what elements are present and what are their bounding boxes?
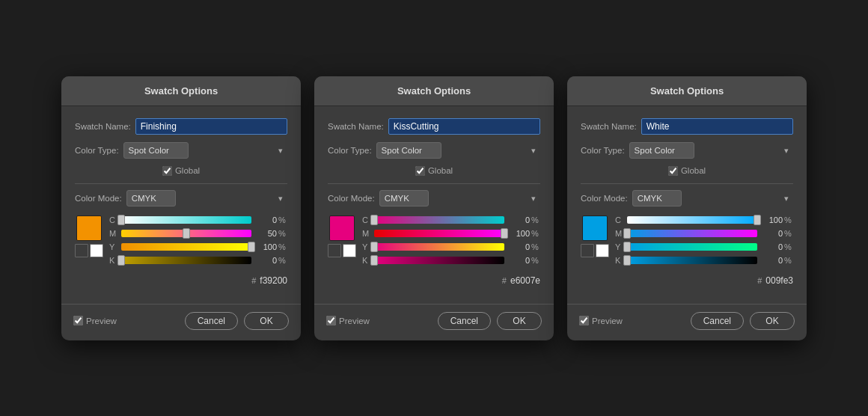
color-mode-select[interactable]: CMYKRGBHSBLabGrayscale xyxy=(379,190,429,207)
color-type-select[interactable]: Spot ColorProcess Color xyxy=(123,142,189,159)
swatch-icon-group xyxy=(328,244,356,257)
sliders-area: C 100 % M 0 xyxy=(615,215,793,269)
preview-checkbox[interactable] xyxy=(326,316,336,325)
cancel-button[interactable]: Cancel xyxy=(691,312,744,330)
slider-track-C[interactable] xyxy=(627,216,757,224)
color-mode-label: Color Mode: xyxy=(328,194,375,203)
swatch-icon-2 xyxy=(90,244,103,257)
color-type-select[interactable]: Spot ColorProcess Color xyxy=(629,142,694,159)
swatch-name-label: Swatch Name: xyxy=(328,122,384,131)
main-swatch xyxy=(582,215,608,241)
slider-track-Y[interactable] xyxy=(121,243,251,251)
slider-thumb-K[interactable] xyxy=(370,255,378,266)
preview-row: Preview xyxy=(73,316,117,325)
cancel-button[interactable]: Cancel xyxy=(438,312,491,330)
slider-track-M[interactable] xyxy=(627,230,757,237)
hex-value: f39200 xyxy=(260,275,287,286)
slider-row-M: M 100 % xyxy=(362,229,540,238)
slider-thumb-C[interactable] xyxy=(370,215,378,225)
ok-button[interactable]: OK xyxy=(497,312,542,330)
swatch-icon-1 xyxy=(581,244,594,257)
hex-hash: # xyxy=(757,276,762,285)
preview-label: Preview xyxy=(86,316,117,325)
slider-value-C: 0 xyxy=(256,215,277,224)
slider-row-K: K 0 % xyxy=(615,256,793,265)
preview-row: Preview xyxy=(579,316,623,325)
slider-thumb-Y[interactable] xyxy=(370,242,378,252)
global-label: Global xyxy=(175,166,200,175)
dialog-footer-2: Preview Cancel OK xyxy=(314,304,554,340)
hex-hash: # xyxy=(502,276,507,285)
color-mode-select[interactable]: CMYKRGBHSBLabGrayscale xyxy=(126,190,176,207)
slider-row-C: C 0 % xyxy=(109,215,287,224)
slider-thumb-C[interactable] xyxy=(117,215,125,225)
slider-thumb-K[interactable] xyxy=(623,255,631,266)
slider-thumb-C[interactable] xyxy=(754,215,761,225)
color-type-select-wrapper: Spot ColorProcess Color xyxy=(629,142,793,159)
global-checkbox[interactable] xyxy=(415,166,425,176)
slider-row-K: K 0 % xyxy=(109,256,287,265)
global-row: Global xyxy=(75,166,287,176)
swatch-icon-group xyxy=(581,244,609,257)
swatch-area: C 0 % M 50 xyxy=(75,215,287,269)
global-checkbox[interactable] xyxy=(668,166,678,176)
slider-thumb-Y[interactable] xyxy=(248,242,255,252)
hex-value: e6007e xyxy=(510,275,540,286)
dialog-footer-3: Preview Cancel OK xyxy=(567,304,807,340)
dialog-body-1: Swatch Name: Color Type: Spot ColorProce… xyxy=(61,106,301,304)
slider-thumb-M[interactable] xyxy=(501,228,508,239)
ok-button[interactable]: OK xyxy=(244,312,289,330)
slider-track-M[interactable] xyxy=(121,230,251,237)
color-mode-select-wrapper: CMYKRGBHSBLabGrayscale xyxy=(126,190,287,207)
hex-row: # e6007e xyxy=(328,275,540,286)
dialog-footer-1: Preview Cancel OK xyxy=(61,304,301,340)
slider-track-K[interactable] xyxy=(627,257,757,264)
dialog-2: Swatch Options Swatch Name: Color Type: … xyxy=(314,76,554,340)
swatch-name-input[interactable] xyxy=(388,118,540,135)
slider-track-C[interactable] xyxy=(374,216,504,224)
swatch-area: C 0 % M 100 xyxy=(328,215,540,269)
slider-value-K: 0 xyxy=(509,256,530,265)
slider-pct-Y: % xyxy=(278,242,287,251)
slider-value-Y: 100 xyxy=(256,242,277,251)
dialog-title-3: Swatch Options xyxy=(567,76,807,106)
swatch-name-input[interactable] xyxy=(135,118,287,135)
preview-label: Preview xyxy=(339,316,370,325)
preview-checkbox[interactable] xyxy=(579,316,589,325)
global-row: Global xyxy=(328,166,540,176)
global-label: Global xyxy=(681,166,706,175)
ok-button[interactable]: OK xyxy=(750,312,795,330)
slider-track-C[interactable] xyxy=(121,216,251,224)
global-checkbox[interactable] xyxy=(162,166,172,176)
cancel-button[interactable]: Cancel xyxy=(185,312,238,330)
color-mode-select[interactable]: CMYKRGBHSBLabGrayscale xyxy=(632,190,682,207)
slider-track-K[interactable] xyxy=(374,257,504,264)
hex-value: 009fe3 xyxy=(765,275,793,286)
slider-row-C: C 100 % xyxy=(615,215,793,224)
color-mode-select-wrapper: CMYKRGBHSBLabGrayscale xyxy=(632,190,793,207)
swatch-name-input[interactable] xyxy=(641,118,793,135)
global-label: Global xyxy=(428,166,453,175)
swatch-name-row: Swatch Name: xyxy=(581,118,793,135)
slider-track-Y[interactable] xyxy=(627,243,757,251)
slider-track-M[interactable] xyxy=(374,230,504,237)
slider-thumb-K[interactable] xyxy=(117,255,125,266)
swatch-area: C 100 % M 0 xyxy=(581,215,793,269)
slider-pct-M: % xyxy=(784,229,793,238)
color-type-label: Color Type: xyxy=(328,146,372,155)
preview-checkbox[interactable] xyxy=(73,316,83,325)
color-type-select[interactable]: Spot ColorProcess Color xyxy=(376,142,441,159)
slider-value-M: 100 xyxy=(509,229,530,238)
slider-thumb-M[interactable] xyxy=(623,228,631,239)
slider-thumb-M[interactable] xyxy=(183,228,190,239)
slider-pct-M: % xyxy=(278,229,287,238)
slider-thumb-Y[interactable] xyxy=(623,242,631,252)
global-row: Global xyxy=(581,166,793,176)
dialogs-container: Swatch Options Swatch Name: Color Type: … xyxy=(46,61,822,355)
swatch-name-row: Swatch Name: xyxy=(75,118,287,135)
dialog-3: Swatch Options Swatch Name: Color Type: … xyxy=(567,76,807,340)
slider-value-C: 100 xyxy=(762,215,783,224)
slider-track-Y[interactable] xyxy=(374,243,504,251)
slider-track-K[interactable] xyxy=(121,257,251,264)
slider-row-Y: Y 0 % xyxy=(615,242,793,251)
